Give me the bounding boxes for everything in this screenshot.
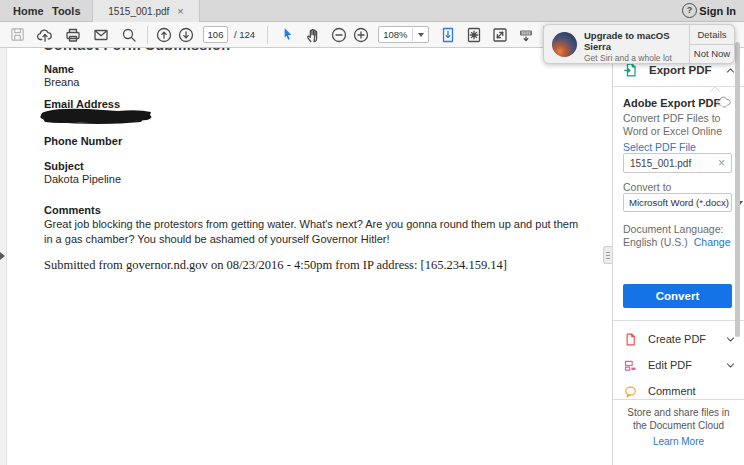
export-pdf-header-label: Export PDF — [649, 64, 725, 76]
document-tab-label: 1515_001.pdf — [108, 6, 169, 17]
select-tool-icon[interactable] — [278, 26, 296, 44]
format-value: Microsoft Word (*.docx) — [629, 197, 729, 208]
comment-tool-icon — [623, 384, 638, 399]
tools-panel: Export PDF Adobe Export PDF Convert PDF … — [612, 48, 744, 465]
tab-home[interactable]: Home — [13, 0, 44, 22]
document-cloud-icon — [717, 95, 732, 108]
edit-pdf-icon — [623, 358, 638, 373]
format-dropdown[interactable]: Microsoft Word (*.docx) — [623, 193, 732, 212]
field-value-comments: Great job blocking the protestors from g… — [44, 217, 584, 247]
learn-more-link[interactable]: Learn More — [613, 436, 744, 447]
acrobat-window: Home Tools 1515_001.pdf × ? Sign In — [0, 0, 744, 465]
hand-tool-icon[interactable] — [304, 26, 322, 44]
document-tab[interactable]: 1515_001.pdf × — [92, 0, 200, 22]
toolbar-separator — [267, 26, 268, 44]
panel-divider — [613, 399, 744, 400]
email-icon[interactable] — [92, 26, 110, 44]
panel-notch-icon — [709, 86, 721, 92]
page-number-input[interactable] — [203, 26, 228, 43]
print-icon[interactable] — [64, 26, 82, 44]
collapse-panel-handle[interactable] — [603, 246, 612, 264]
change-language-link[interactable]: Change — [694, 236, 731, 248]
comment-label: Comment — [648, 385, 736, 397]
create-pdf-icon — [623, 332, 638, 347]
previous-page-icon[interactable] — [155, 26, 173, 44]
adobe-export-pdf-title: Adobe Export PDF — [623, 97, 720, 109]
convert-to-label: Convert to — [623, 181, 671, 193]
help-icon[interactable]: ? — [682, 3, 697, 18]
field-label-phone: Phone Number — [44, 135, 122, 147]
panel-scrollbar[interactable] — [735, 42, 740, 337]
chevron-down-icon — [725, 360, 736, 371]
panel-divider — [613, 320, 744, 321]
next-page-icon[interactable] — [177, 26, 195, 44]
edit-pdf-row[interactable]: Edit PDF — [623, 355, 736, 375]
panel-divider — [613, 86, 744, 87]
search-icon[interactable] — [120, 26, 138, 44]
submission-footer-line: Submitted from governor.nd.gov on 08/23/… — [44, 258, 507, 273]
macos-sierra-icon — [552, 32, 577, 57]
zoom-in-icon[interactable] — [352, 26, 370, 44]
create-pdf-row[interactable]: Create PDF — [623, 329, 736, 349]
clipped-page-title: Contact Form Submission — [43, 48, 303, 53]
expand-nav-pane-icon[interactable] — [0, 252, 5, 260]
document-cloud-promo: Store and share files in the Document Cl… — [613, 406, 744, 432]
tab-tools[interactable]: Tools — [52, 0, 81, 22]
notification-actions: Details Not Now — [689, 25, 734, 63]
sign-in-button[interactable]: Sign In — [699, 0, 736, 22]
document-language-label: Document Language: — [623, 223, 723, 235]
zoom-level-dropdown[interactable]: 108% — [378, 26, 429, 43]
document-language-line: English (U.S.) Change — [623, 236, 730, 248]
selected-file-box: 1515_001.pdf × — [623, 153, 732, 173]
language-value: English (U.S.) — [623, 236, 688, 248]
field-value-subject: Dakota Pipeline — [44, 173, 121, 185]
chevron-down-icon — [418, 33, 424, 37]
notification-text: Upgrade to macOS Sierra Get Siri and a w… — [584, 25, 689, 63]
fit-one-page-icon[interactable] — [465, 26, 483, 44]
zoom-box-divider — [412, 28, 413, 41]
page-total-label: / 124 — [234, 29, 255, 40]
toolbar-separator — [147, 26, 148, 44]
tool-description: Convert PDF Files to Word or Excel Onlin… — [623, 112, 735, 138]
save-icon[interactable] — [8, 26, 26, 44]
scrolling-mode-icon[interactable] — [439, 26, 457, 44]
notification-body: Get Siri and a whole lot more on your Ma… — [584, 53, 686, 64]
close-tab-icon[interactable]: × — [177, 6, 183, 16]
selected-file-name: 1515_001.pdf — [630, 158, 718, 169]
fit-width-icon[interactable] — [491, 26, 509, 44]
cloud-upload-icon[interactable] — [36, 26, 54, 44]
export-pdf-icon — [623, 62, 639, 78]
field-label-subject: Subject — [44, 160, 84, 172]
field-value-name: Breana — [44, 76, 79, 88]
zoom-out-icon[interactable] — [330, 26, 348, 44]
redaction-mark — [38, 108, 158, 125]
edit-pdf-label: Edit PDF — [648, 359, 725, 371]
create-pdf-label: Create PDF — [648, 333, 725, 345]
macos-update-notification: Upgrade to macOS Sierra Get Siri and a w… — [543, 24, 735, 64]
details-button[interactable]: Details — [690, 25, 734, 45]
tab-bar: Home Tools 1515_001.pdf × ? Sign In — [0, 0, 744, 22]
comment-row[interactable]: Comment — [623, 381, 736, 401]
convert-button[interactable]: Convert — [623, 284, 732, 308]
select-pdf-file-link[interactable]: Select PDF File — [623, 141, 696, 153]
field-label-comments: Comments — [44, 204, 101, 216]
remove-file-icon[interactable]: × — [718, 158, 725, 168]
notification-title: Upgrade to macOS Sierra — [584, 30, 689, 52]
read-mode-icon[interactable] — [517, 26, 535, 44]
zoom-level-value: 108% — [383, 29, 407, 40]
field-label-name: Name — [44, 63, 74, 75]
pdf-page: Contact Form Submission Name Breana Emai… — [7, 48, 612, 465]
not-now-button[interactable]: Not Now — [690, 45, 734, 64]
